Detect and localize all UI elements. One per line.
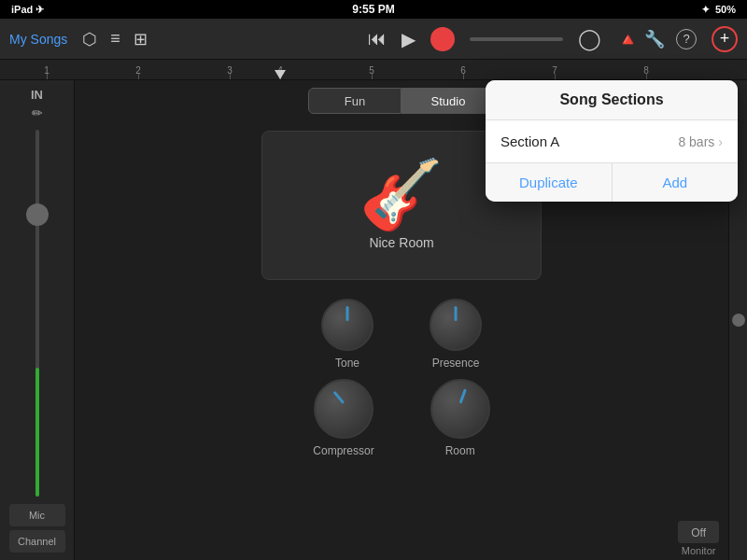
section-name: Section A [500,133,559,149]
channel-button[interactable]: Channel [9,530,65,553]
monitor-label: Monitor [682,545,716,556]
fader-knob[interactable] [26,203,49,226]
room-label: Room [445,444,475,457]
room-knob-group: Room [430,379,490,457]
mic-label: Mic [29,510,45,521]
mic-button[interactable]: Mic [9,504,65,526]
chevron-right-icon: › [718,134,723,149]
presence-label: Presence [432,357,480,370]
room-knob[interactable] [430,379,490,439]
ruler-mark-7: 7 [552,65,557,76]
channel-label: Channel [18,536,56,547]
instrument-name: Nice Room [369,235,433,250]
add-button[interactable]: Add [613,163,739,202]
popup-actions: Duplicate Add [486,163,738,202]
off-button[interactable]: Off [678,521,719,543]
loop-circle-icon[interactable]: ◯ [578,27,601,51]
ruler-mark-3: 3 [227,65,233,76]
tone-knob[interactable] [321,299,374,351]
progress-track [470,37,563,41]
toolbar: My Songs ⬡ ≡ ⊞ ⏮ ▶ ◯ 🔺 🔧 ? + [0,19,747,60]
presence-knob-group: Presence [430,299,482,370]
status-bar: iPad ✈ 9:55 PM ✦ 50% [0,0,747,19]
battery-label: 50% [715,4,736,15]
ruler-mark-2: 2 [135,65,141,76]
bluetooth-icon: ✦ [701,4,710,16]
compressor-knob[interactable] [314,379,374,439]
guitar-image: 🎸 [359,161,444,228]
rewind-button[interactable]: ⏮ [368,28,387,49]
mixer-icon[interactable]: ⊞ [134,29,148,49]
pencil-icon[interactable]: ✏ [32,105,43,120]
list-icon[interactable]: ≡ [110,29,120,49]
ruler: 1 2 3 4 5 6 7 8 [0,60,747,80]
fader-track [35,130,39,497]
add-section-button[interactable]: + [712,26,738,52]
monitor-section: Off Monitor [670,517,726,560]
plus-icon: + [720,29,730,49]
ruler-mark-5: 5 [369,65,374,76]
play-button[interactable]: ▶ [402,28,416,50]
ruler-mark-6: 6 [460,65,466,76]
compressor-label: Compressor [313,444,374,457]
section-row[interactable]: Section A 8 bars › [486,120,738,163]
my-songs-button[interactable]: My Songs [9,32,67,47]
song-sections-popup: Song Sections Section A 8 bars › Duplica… [486,80,738,202]
fader-level [35,368,39,497]
wrench-icon[interactable]: 🔧 [644,29,665,49]
tone-label: Tone [335,357,359,370]
ruler-mark-8: 8 [643,65,649,76]
section-bars: 8 bars › [678,134,723,149]
loop-icon[interactable]: ⬡ [82,29,97,49]
presence-knob[interactable] [430,299,482,351]
metronome-icon[interactable]: 🔺 [616,28,640,50]
tab-studio-label: Studio [431,94,466,108]
bars-label: 8 bars [678,134,714,149]
clock: 9:55 PM [352,3,394,16]
ruler-mark-1: 1 [44,65,49,76]
main-area: IN ✏ Mic Channel Fun Studio [0,80,747,560]
off-label: Off [691,526,706,539]
tone-knob-group: Tone [321,299,374,370]
duplicate-button[interactable]: Duplicate [486,163,613,202]
tab-studio[interactable]: Studio [402,88,495,114]
compressor-knob-group: Compressor [313,379,374,457]
popup-title: Song Sections [486,80,738,120]
help-icon[interactable]: ? [676,29,697,49]
tab-fun[interactable]: Fun [308,88,402,114]
ipad-label: iPad ✈ [11,4,44,16]
record-button[interactable] [430,27,455,51]
channel-strip: IN ✏ Mic Channel [0,80,75,560]
in-label: IN [31,88,43,102]
right-fader-knob[interactable] [732,314,745,327]
tab-fun-label: Fun [345,94,365,108]
